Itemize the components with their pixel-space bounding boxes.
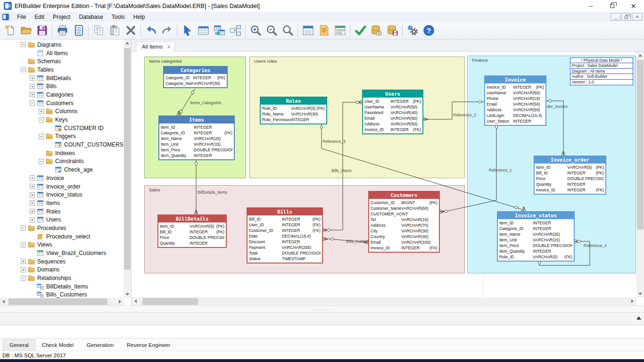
entity-categories[interactable]: CategoriesCategorie_IDINTEGER(PK)Categor… bbox=[163, 66, 228, 88]
print-button[interactable] bbox=[54, 23, 70, 39]
save-button[interactable] bbox=[34, 23, 50, 39]
tab-close-icon[interactable]: ✕ bbox=[167, 44, 171, 49]
expand-icon[interactable]: + bbox=[21, 259, 26, 264]
collapse-icon[interactable]: − bbox=[21, 42, 26, 47]
entity-billdetails[interactable]: BillDetailsItem_IDVARCHAR(5)(PK)Bill_IDI… bbox=[157, 214, 227, 248]
collapse-icon[interactable]: − bbox=[39, 117, 44, 123]
entity-invoice-order[interactable]: Invoice_orderItem_IDVARCHAR(5)(PK)Bill_I… bbox=[534, 156, 606, 195]
table-relationship-button[interactable] bbox=[211, 23, 227, 39]
zoom-button[interactable] bbox=[280, 23, 296, 39]
restore-button[interactable] bbox=[602, 0, 623, 12]
entity-roles[interactable]: RolesRole_IDVARCHAR(5)(PK)Role_NameVARCH… bbox=[260, 97, 327, 124]
tree-item-customer-id[interactable]: CUSTOMER ID bbox=[0, 124, 124, 132]
tree-item-billdetails[interactable]: +BillDetails bbox=[0, 74, 124, 82]
entity-invoice[interactable]: InvoiceInvoice_IDINTEGER(PK)UserNameVARC… bbox=[484, 75, 546, 126]
tree-item-relationships[interactable]: −Relationships bbox=[0, 274, 124, 282]
mdi-minimize-button[interactable]: _ bbox=[611, 13, 620, 21]
tree-item-procedure-select[interactable]: Procedure_select bbox=[0, 232, 124, 241]
panel-splitter[interactable]: ......... bbox=[0, 305, 644, 312]
tree-horizontal-scrollbar[interactable] bbox=[0, 298, 124, 305]
paste-button[interactable] bbox=[107, 23, 123, 39]
tree-vertical-scrollbar[interactable] bbox=[124, 40, 131, 298]
canvas-hscroll-thumb[interactable] bbox=[142, 298, 198, 305]
tree-item-sequences[interactable]: +Sequences bbox=[0, 257, 124, 266]
menu-tools[interactable]: Tools bbox=[107, 13, 129, 21]
zoom-in-button[interactable] bbox=[248, 23, 264, 39]
tree-item-roles[interactable]: +Roles bbox=[0, 207, 124, 216]
menu-database[interactable]: Database bbox=[74, 13, 107, 21]
tree-item-view-brazil-customers[interactable]: View_Brazil_Customers bbox=[0, 249, 124, 257]
entity-customers[interactable]: CustomersCustomer_IDBIGINT(PK)Customer_N… bbox=[368, 191, 440, 253]
tree-item-all-items[interactable]: All Items bbox=[0, 49, 124, 58]
tree-item-diagrams[interactable]: −Diagrams bbox=[0, 41, 124, 49]
tree-item-categories[interactable]: +Categories bbox=[0, 90, 124, 99]
tree-item-schemas[interactable]: Schemas bbox=[0, 57, 124, 66]
properties-panel-button[interactable] bbox=[300, 23, 316, 39]
select-pointer-button[interactable] bbox=[179, 23, 195, 39]
canvas-horizontal-scrollbar[interactable] bbox=[132, 297, 636, 305]
tree-item-domains[interactable]: +Domains bbox=[0, 266, 124, 274]
tree-item-bills-customers[interactable]: Bills_Customers bbox=[0, 291, 124, 298]
collapse-icon[interactable]: − bbox=[39, 134, 44, 139]
model-info-box[interactable]: * Physical Data Model *Project : Sales D… bbox=[570, 58, 633, 85]
menu-help[interactable]: Help bbox=[129, 13, 149, 21]
diagram-canvas[interactable]: Items_CategoriesBillDetails_ItemsBills_U… bbox=[132, 52, 636, 297]
expand-icon[interactable]: + bbox=[30, 184, 35, 189]
expand-icon[interactable]: + bbox=[30, 92, 35, 97]
canvas-vscroll-thumb[interactable] bbox=[637, 60, 644, 230]
save-database-button[interactable] bbox=[384, 23, 400, 39]
expand-icon[interactable]: + bbox=[21, 267, 26, 272]
tree-item-columns[interactable]: +Columns bbox=[0, 107, 124, 116]
copy-button[interactable] bbox=[91, 23, 107, 39]
tree-item-procedures[interactable]: −Procedures bbox=[0, 224, 124, 232]
tab-general[interactable]: General bbox=[3, 339, 35, 351]
tab-generation[interactable]: Generation bbox=[80, 339, 120, 351]
menu-file[interactable]: File bbox=[13, 13, 30, 21]
tree-item-views[interactable]: −Views bbox=[0, 241, 124, 249]
tree-vscroll-thumb[interactable] bbox=[124, 48, 131, 270]
tree-item-tables[interactable]: −Tables bbox=[0, 66, 124, 74]
canvas-vertical-scrollbar[interactable] bbox=[636, 52, 644, 297]
minimize-button[interactable]: – bbox=[580, 0, 602, 12]
menu-project[interactable]: Project bbox=[49, 13, 74, 21]
report-button[interactable] bbox=[70, 23, 86, 39]
tree-item-indexes[interactable]: Indexes bbox=[0, 149, 124, 157]
undo-button[interactable] bbox=[143, 23, 159, 39]
entity-users[interactable]: UsersUser_IDINTEGER(PK)UserNameVARCHAR(5… bbox=[362, 90, 423, 134]
expand-icon[interactable]: + bbox=[30, 217, 35, 222]
tree-item-invoice-order[interactable]: +Invoice_order bbox=[0, 182, 124, 191]
expand-icon[interactable]: + bbox=[30, 175, 35, 181]
entity-items[interactable]: ItemsItem_IDINTEGERCategorie_IDINTEGER(F… bbox=[158, 115, 235, 160]
tree-item-constraints[interactable]: −Constraints bbox=[0, 157, 124, 166]
tree-item-invoice[interactable]: +Invoice bbox=[0, 174, 124, 182]
tab-check-model[interactable]: Check Model bbox=[35, 339, 80, 351]
mdi-close-button[interactable]: ✕ bbox=[632, 13, 642, 21]
zoom-out-button[interactable] bbox=[264, 23, 280, 39]
tree-item-triggers[interactable]: −Triggers bbox=[0, 132, 124, 141]
tree-item-customers[interactable]: −Customers bbox=[0, 99, 124, 107]
check-model-button[interactable] bbox=[352, 23, 368, 39]
tree-hscroll-thumb[interactable] bbox=[8, 298, 107, 305]
tab-reverse-engineer[interactable]: Reverse Engineer bbox=[120, 339, 177, 351]
expand-icon[interactable]: + bbox=[30, 84, 35, 89]
table-button[interactable] bbox=[195, 23, 211, 39]
connection-order-invoice[interactable] bbox=[546, 101, 563, 156]
open-project-button[interactable] bbox=[18, 23, 34, 39]
collapse-icon[interactable]: − bbox=[39, 159, 44, 164]
expand-icon[interactable]: + bbox=[30, 75, 35, 81]
expand-icon[interactable]: + bbox=[39, 109, 44, 114]
form-editor-button[interactable] bbox=[332, 23, 348, 39]
tree-item-bills[interactable]: +Bills bbox=[0, 82, 124, 90]
close-button[interactable]: ✕ bbox=[623, 0, 644, 12]
collapse-icon[interactable]: − bbox=[21, 67, 26, 72]
tree-item-invoice-status[interactable]: +Invoice_status bbox=[0, 190, 124, 199]
tree-item-check-age[interactable]: Check_age bbox=[0, 165, 124, 174]
tree-item-count-customers[interactable]: COUNT_CUSTOMERS bbox=[0, 140, 124, 149]
delete-button[interactable] bbox=[123, 23, 139, 39]
document-button[interactable] bbox=[316, 23, 332, 39]
tree-item-items[interactable]: +Items bbox=[0, 199, 124, 207]
collapse-icon[interactable]: − bbox=[21, 225, 26, 230]
entity-invoice-status[interactable]: Invoice_statusItem_IDINTEGERCategorie_ID… bbox=[497, 211, 575, 262]
menu-edit[interactable]: Edit bbox=[30, 13, 49, 21]
connection-reference-1[interactable] bbox=[440, 123, 496, 212]
